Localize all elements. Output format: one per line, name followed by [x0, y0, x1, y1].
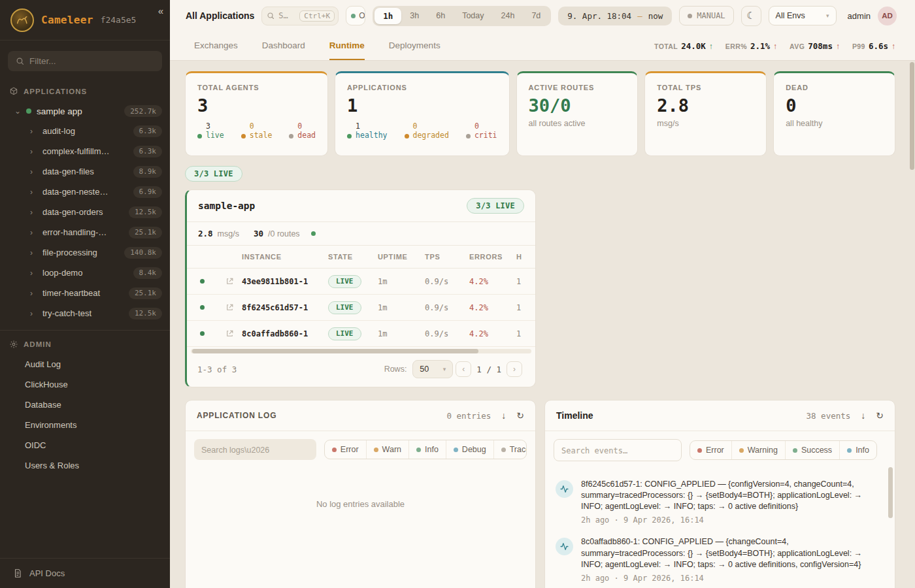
refresh-icon[interactable]: ↻ [516, 410, 524, 421]
filter-info[interactable]: Info [839, 441, 876, 459]
sidebar-route-data-gen-orders[interactable]: › data-gen-orders 12.5k [0, 202, 170, 222]
timeline-scrollbar[interactable] [888, 467, 893, 588]
main-scrollbar[interactable] [910, 62, 914, 586]
range-3h[interactable]: 3h [401, 8, 427, 24]
external-link-icon[interactable] [217, 303, 242, 312]
sidebar-item-database[interactable]: Database [0, 395, 170, 415]
filter-input[interactable] [29, 56, 154, 66]
sidebar-route-file-processing[interactable]: › file-processing 140.8k [0, 242, 170, 263]
refresh-icon[interactable]: ↻ [876, 410, 884, 421]
range-24h[interactable]: 24h [493, 8, 524, 24]
error-dot [332, 448, 337, 452]
card-total-agents: TOTAL AGENTS 3 3live 0stale 0dead [185, 71, 328, 156]
sidebar-item-sample-app[interactable]: ⌄ sample app 252.7k [0, 101, 170, 121]
chevron-right-icon[interactable]: › [30, 208, 37, 217]
state-badge: LIVE [328, 301, 361, 314]
timeline-event[interactable]: 8c0affadb860-1: CONFIG_APPLIED — {change… [550, 531, 888, 588]
chevron-right-icon[interactable]: › [30, 248, 37, 257]
event-list: 8f6245c61d57-1: CONFIG_APPLIED — {config… [545, 469, 895, 588]
filter-warn[interactable]: Warn [366, 440, 408, 459]
sidebar-route-timer-heartbeat[interactable]: › timer-heartbeat 25.1k [0, 283, 170, 303]
tab-deployments[interactable]: Deployments [389, 31, 441, 60]
info-dot [416, 448, 421, 452]
filter-error[interactable]: Error [325, 440, 366, 459]
sidebar-route-data-gen-nested[interactable]: › data-gen-neste… 6.9k [0, 182, 170, 202]
filter-success[interactable]: Success [785, 441, 839, 459]
api-docs-link[interactable]: API Docs [0, 558, 170, 588]
sidebar-item-clickhouse[interactable]: ClickHouse [0, 374, 170, 395]
chevron-right-icon[interactable]: › [30, 309, 37, 318]
event-type-filters: Error Warning Success Info [690, 440, 877, 460]
external-link-icon[interactable] [217, 277, 242, 286]
chevron-right-icon[interactable]: › [30, 147, 37, 156]
filter-info[interactable]: Info [408, 440, 446, 459]
sidebar-item-environments[interactable]: Environments [0, 415, 170, 435]
theme-toggle-button[interactable]: ☾ [741, 6, 761, 26]
event-search-input[interactable] [561, 446, 674, 455]
status-dot [200, 279, 205, 284]
event-search-box[interactable] [554, 439, 682, 461]
manual-refresh-button[interactable]: MANUAL [679, 6, 733, 25]
range-today[interactable]: Today [454, 8, 492, 24]
collapse-sidebar-icon[interactable]: « [158, 5, 163, 16]
tab-runtime[interactable]: Runtime [329, 31, 365, 60]
table-row[interactable]: 43ee9811b801-1 LIVE 1m 0.9/s 4.2% 1 [187, 269, 535, 295]
sidebar-route-error-handling[interactable]: › error-handling-… 25.1k [0, 222, 170, 242]
log-search-input[interactable] [201, 446, 309, 455]
route-label: audit-log [42, 126, 75, 136]
download-icon[interactable]: ↓ [501, 410, 506, 421]
sidebar-route-audit-log[interactable]: › audit-log 6.3k [0, 121, 170, 141]
chevron-right-icon[interactable]: › [30, 228, 37, 237]
sidebar-item-oidc[interactable]: OIDC [0, 435, 170, 455]
card-active-routes: ACTIVE ROUTES 30/0 all routes active [516, 71, 639, 156]
chevron-right-icon[interactable]: › [30, 289, 37, 298]
online-status-button[interactable]: O [346, 6, 365, 25]
filter-trace[interactable]: Trace [493, 440, 527, 459]
sidebar-route-data-gen-files[interactable]: › data-gen-files 8.9k [0, 161, 170, 182]
global-search-input[interactable] [278, 11, 295, 20]
chevron-right-icon[interactable]: › [30, 167, 37, 176]
timeline-panel: Timeline 38 events ↓ ↻ Error Warning Suc… [544, 400, 895, 588]
search-icon [16, 57, 24, 65]
date-range-picker[interactable]: 9. Apr. 18:04 – now [558, 7, 672, 25]
horizontal-scrollbar[interactable] [191, 349, 531, 353]
stat-avg: AVG 708ms ↑ [790, 41, 840, 51]
range-6h[interactable]: 6h [427, 8, 454, 24]
filter-box[interactable] [8, 51, 162, 71]
range-1h[interactable]: 1h [374, 8, 401, 24]
avatar[interactable]: AD [878, 7, 897, 25]
page-indicator: 1 / 1 [476, 365, 501, 374]
download-icon[interactable]: ↓ [861, 410, 865, 421]
chevron-down-icon[interactable]: ⌄ [14, 106, 21, 116]
table-row[interactable]: 8f6245c61d57-1 LIVE 1m 0.9/s 4.2% 1 [187, 295, 535, 321]
filter-debug[interactable]: Debug [446, 440, 493, 459]
events-count: 38 events [807, 411, 851, 421]
tab-exchanges[interactable]: Exchanges [194, 31, 238, 60]
rows-per-page-select[interactable]: 50 ▾ [412, 360, 453, 378]
route-label: complex-fulfillm… [42, 146, 110, 156]
filter-error[interactable]: Error [690, 441, 731, 459]
range-7d[interactable]: 7d [523, 8, 549, 24]
log-search-box[interactable] [194, 439, 316, 460]
chevron-right-icon[interactable]: › [30, 127, 37, 136]
env-select[interactable]: All Envs ▾ [769, 6, 837, 25]
next-page-button[interactable]: › [507, 361, 522, 377]
gear-icon [9, 340, 18, 349]
sidebar-route-loop-demo[interactable]: › loop-demo 8.4k [0, 263, 170, 283]
chevron-right-icon[interactable]: › [30, 269, 37, 278]
sidebar-item-users-roles[interactable]: Users & Roles [0, 455, 170, 476]
external-link-icon[interactable] [217, 329, 242, 338]
timeline-event[interactable]: 8f6245c61d57-1: CONFIG_APPLIED — {config… [550, 473, 888, 531]
sidebar-item-audit-log[interactable]: Audit Log [0, 354, 170, 374]
sidebar-route-complex-fulfillment[interactable]: › complex-fulfillm… 6.3k [0, 141, 170, 161]
sidebar-route-try-catch-test[interactable]: › try-catch-test 12.5k [0, 303, 170, 323]
global-search[interactable]: Ctrl+K [261, 7, 339, 25]
status-dot [200, 305, 205, 310]
table-row[interactable]: 8c0affadb860-1 LIVE 1m 0.9/s 4.2% 1 [187, 321, 535, 347]
filter-warning[interactable]: Warning [731, 441, 785, 459]
chevron-right-icon[interactable]: › [30, 188, 37, 197]
route-count-badge: 12.5k [129, 308, 162, 319]
app-count-badge: 252.7k [124, 105, 162, 117]
tab-dashboard[interactable]: Dashboard [262, 31, 305, 60]
prev-page-button[interactable]: ‹ [456, 361, 471, 377]
